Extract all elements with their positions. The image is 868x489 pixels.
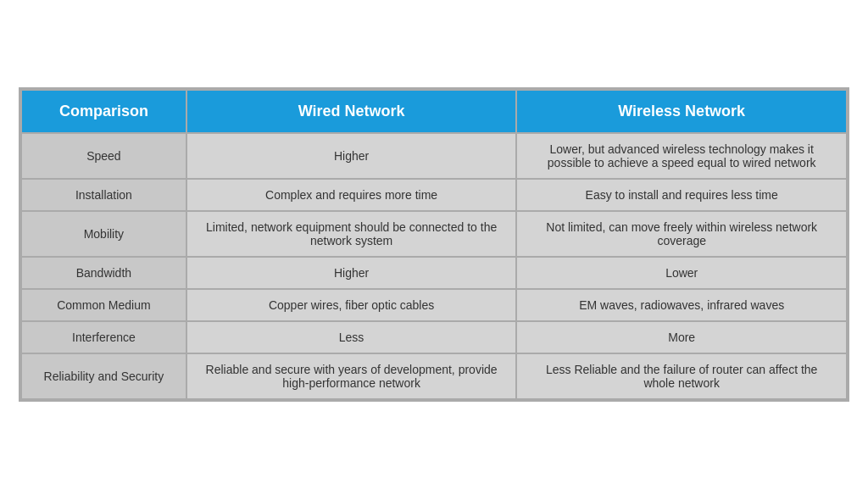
cell-comparison-5: Interference	[21, 321, 186, 353]
header-wired: Wired Network	[186, 90, 517, 133]
table-row: MobilityLimited, network equipment shoul…	[21, 211, 847, 257]
cell-wired-2: Limited, network equipment should be con…	[186, 211, 517, 257]
cell-wireless-2: Not limited, can move freely within wire…	[516, 211, 847, 257]
cell-wired-6: Reliable and secure with years of develo…	[186, 353, 517, 399]
cell-wireless-6: Less Reliable and the failure of router …	[516, 353, 847, 399]
cell-wired-1: Complex and requires more time	[186, 179, 517, 211]
cell-wireless-3: Lower	[516, 257, 847, 289]
cell-wired-0: Higher	[186, 133, 517, 179]
table-header-row: Comparison Wired Network Wireless Networ…	[21, 90, 847, 133]
table-row: BandwidthHigherLower	[21, 257, 847, 289]
table-row: Reliability and SecurityReliable and sec…	[21, 353, 847, 399]
cell-wired-3: Higher	[186, 257, 517, 289]
cell-comparison-0: Speed	[21, 133, 186, 179]
table-row: SpeedHigherLower, but advanced wireless …	[21, 133, 847, 179]
comparison-table: Comparison Wired Network Wireless Networ…	[19, 87, 849, 402]
header-comparison: Comparison	[21, 90, 186, 133]
cell-comparison-6: Reliability and Security	[21, 353, 186, 399]
header-wireless: Wireless Network	[516, 90, 847, 133]
cell-comparison-4: Common Medium	[21, 289, 186, 321]
cell-wired-4: Copper wires, fiber optic cables	[186, 289, 517, 321]
table-row: Common MediumCopper wires, fiber optic c…	[21, 289, 847, 321]
cell-comparison-1: Installation	[21, 179, 186, 211]
table-row: InterferenceLessMore	[21, 321, 847, 353]
cell-wireless-1: Easy to install and requires less time	[516, 179, 847, 211]
cell-comparison-3: Bandwidth	[21, 257, 186, 289]
table-row: InstallationComplex and requires more ti…	[21, 179, 847, 211]
cell-wireless-5: More	[516, 321, 847, 353]
cell-wireless-0: Lower, but advanced wireless technology …	[516, 133, 847, 179]
cell-comparison-2: Mobility	[21, 211, 186, 257]
cell-wired-5: Less	[186, 321, 517, 353]
cell-wireless-4: EM waves, radiowaves, infrared waves	[516, 289, 847, 321]
